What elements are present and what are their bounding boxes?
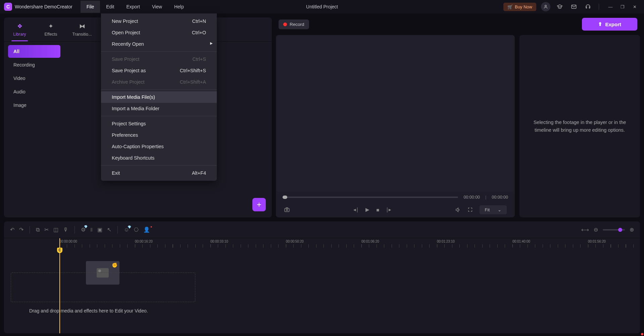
- menu-keyboard-shortcuts[interactable]: Keyboard Shortcuts: [101, 152, 217, 164]
- menu-bar: File Edit Export View Help: [81, 1, 190, 13]
- menu-exit[interactable]: ExitAlt+F4: [101, 167, 217, 179]
- menu-preferences[interactable]: Preferences: [101, 129, 217, 141]
- menu-open-project[interactable]: Open ProjectCtrl+O: [101, 27, 217, 38]
- category-recording[interactable]: Recording: [8, 58, 60, 71]
- prev-frame-icon[interactable]: ◂∣: [353, 207, 359, 213]
- next-frame-icon[interactable]: ∣▸: [386, 207, 391, 213]
- zoom-slider[interactable]: [603, 229, 625, 230]
- fit-timeline-icon[interactable]: ⟷: [581, 226, 589, 233]
- chevron-down-icon: ⌄: [498, 207, 501, 212]
- export-icon: ⬆: [598, 21, 602, 27]
- project-title: Untitled Project: [306, 4, 338, 9]
- split-icon[interactable]: ✂: [44, 226, 49, 233]
- record-button[interactable]: Record: [279, 19, 309, 29]
- person-icon[interactable]: 👤●: [143, 226, 150, 233]
- properties-hint: Selecting the footage in the player or i…: [528, 119, 632, 134]
- track-drop-zone[interactable]: [11, 272, 195, 302]
- redo-icon[interactable]: ↷: [19, 226, 23, 233]
- menu-archive-project: Archive ProjectCtrl+Shift+A: [101, 76, 217, 88]
- account-button[interactable]: [541, 2, 550, 11]
- playhead[interactable]: [59, 238, 60, 333]
- maximize-button[interactable]: ❐: [617, 4, 628, 9]
- menu-import-media-files[interactable]: Import Media File(s): [101, 91, 217, 103]
- menu-view[interactable]: View: [146, 1, 168, 13]
- volume-icon[interactable]: [455, 207, 461, 213]
- svg-point-3: [286, 209, 288, 211]
- notification-dot: [641, 333, 643, 335]
- category-image[interactable]: Image: [8, 99, 60, 112]
- timeline-drop-hint: Drag and drop media and effects here to …: [29, 308, 148, 313]
- menu-new-project[interactable]: New ProjectCtrl+N: [101, 15, 217, 27]
- cursor-icon[interactable]: ↖: [107, 226, 111, 233]
- group-icon[interactable]: ⚙💎: [81, 226, 86, 233]
- academy-icon[interactable]: [555, 2, 564, 11]
- adjust-icon[interactable]: ⫴: [90, 227, 93, 233]
- undo-icon[interactable]: ↶: [10, 226, 14, 233]
- minimize-button[interactable]: —: [605, 4, 616, 9]
- app-title: Wondershare DemoCreator: [15, 4, 72, 9]
- menu-auto-caption-props[interactable]: Auto-Caption Properties: [101, 141, 217, 152]
- time-current: 00:00:00: [463, 195, 480, 200]
- snapshot-tool-icon[interactable]: ▣: [97, 226, 102, 233]
- smile-icon[interactable]: ☺💎: [124, 227, 129, 233]
- category-audio[interactable]: Audio: [8, 85, 60, 98]
- cart-icon: 🛒: [507, 4, 513, 9]
- stop-icon[interactable]: ■: [376, 207, 379, 213]
- player-canvas[interactable]: [277, 36, 514, 192]
- scrub-bar[interactable]: [283, 197, 458, 198]
- add-media-button[interactable]: +: [252, 198, 266, 211]
- export-button[interactable]: ⬆Export: [582, 18, 637, 31]
- tab-library[interactable]: ❖Library: [4, 17, 35, 41]
- menu-export[interactable]: Export: [120, 1, 146, 13]
- zoom-fit-select[interactable]: Fit⌄: [480, 205, 507, 214]
- tab-transitions[interactable]: ⧓Transitio...: [66, 17, 98, 41]
- marker-icon[interactable]: ◫: [53, 226, 58, 233]
- menu-save-project: Save ProjectCtrl+S: [101, 53, 217, 65]
- voiceover-icon[interactable]: 🎙: [63, 227, 68, 233]
- snapshot-icon[interactable]: [284, 207, 290, 213]
- submenu-arrow-icon: ▶: [210, 41, 213, 45]
- properties-panel: Selecting the footage in the player or i…: [519, 35, 640, 217]
- tab-effects[interactable]: ✦Effects: [35, 17, 66, 41]
- zoom-out-icon[interactable]: ⊖: [594, 226, 598, 233]
- menu-recently-open[interactable]: Recently Open▶: [101, 38, 217, 50]
- close-button[interactable]: ✕: [629, 4, 640, 9]
- effects-icon: ✦: [48, 23, 53, 30]
- menu-save-project-as[interactable]: Save Project asCtrl+Shift+S: [101, 65, 217, 76]
- menu-help[interactable]: Help: [168, 1, 190, 13]
- fullscreen-icon[interactable]: [467, 207, 473, 212]
- transitions-icon: ⧓: [79, 23, 85, 30]
- category-all[interactable]: All: [8, 45, 60, 58]
- menu-import-media-folder[interactable]: Import a Media Folder: [101, 103, 217, 114]
- category-video[interactable]: Video: [8, 72, 60, 85]
- svg-rect-2: [285, 208, 289, 212]
- play-icon[interactable]: ▶: [365, 207, 369, 213]
- buy-now-label: Buy Now: [515, 4, 532, 9]
- app-logo-icon: C: [4, 3, 12, 11]
- svg-point-0: [545, 5, 547, 7]
- file-menu-dropdown: New ProjectCtrl+N Open ProjectCtrl+O Rec…: [101, 13, 217, 181]
- crop-icon[interactable]: ⧉: [36, 227, 40, 233]
- preview-player: 00:00:00 | 00:00:00 ◂∣ ▶ ■ ∣▸ Fit⌄: [276, 35, 515, 217]
- record-dot-icon: [283, 23, 287, 26]
- library-icon: ❖: [17, 23, 22, 30]
- timeline-tracks[interactable]: ✊ Drag and drop media and effects here t…: [4, 248, 640, 333]
- text-icon[interactable]: ⎔: [134, 226, 139, 233]
- menu-file[interactable]: File: [81, 1, 100, 13]
- menu-project-settings[interactable]: Project Settings: [101, 118, 217, 129]
- mail-icon[interactable]: [569, 2, 579, 11]
- grab-cursor-icon: ✊: [112, 262, 117, 268]
- time-total: 00:00:00: [492, 195, 508, 200]
- support-icon[interactable]: [583, 2, 593, 11]
- zoom-in-icon[interactable]: ⊕: [630, 226, 634, 233]
- timeline-ruler[interactable]: 00:00:00:00 00:00:16:20 00:00:33:10 00:0…: [4, 238, 640, 248]
- menu-edit[interactable]: Edit: [100, 1, 120, 13]
- buy-now-button[interactable]: 🛒 Buy Now: [503, 3, 536, 11]
